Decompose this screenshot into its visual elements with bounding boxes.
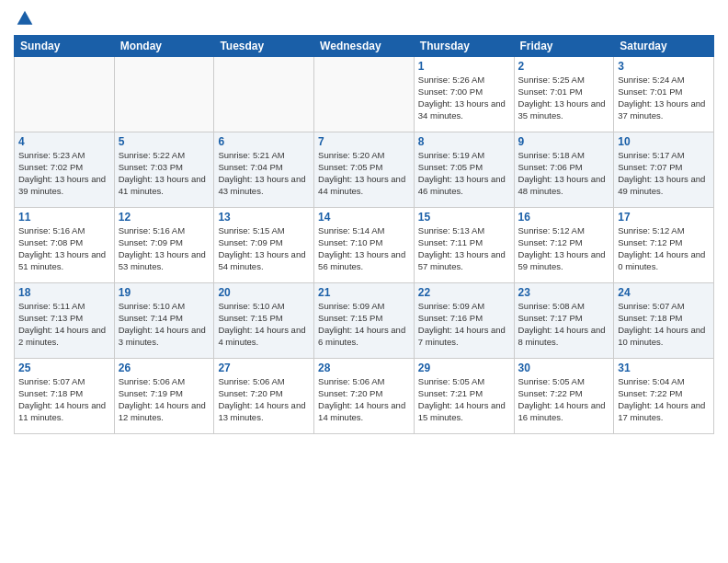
day-cell: 20Sunrise: 5:10 AM Sunset: 7:15 PM Dayli… (214, 283, 314, 359)
day-number: 20 (218, 286, 310, 299)
day-info: Sunrise: 5:16 AM Sunset: 7:08 PM Dayligh… (18, 225, 110, 272)
day-number: 29 (418, 362, 510, 374)
calendar-header: SundayMondayTuesdayWednesdayThursdayFrid… (15, 36, 714, 57)
day-info: Sunrise: 5:17 AM Sunset: 7:07 PM Dayligh… (618, 150, 710, 197)
day-cell: 8Sunrise: 5:19 AM Sunset: 7:05 PM Daylig… (414, 132, 514, 208)
day-number: 30 (518, 362, 610, 374)
day-info: Sunrise: 5:05 AM Sunset: 7:21 PM Dayligh… (418, 376, 510, 423)
week-row-3: 18Sunrise: 5:11 AM Sunset: 7:13 PM Dayli… (15, 283, 714, 359)
day-number: 16 (518, 211, 610, 224)
day-info: Sunrise: 5:26 AM Sunset: 7:00 PM Dayligh… (418, 75, 510, 121)
day-number: 13 (218, 211, 310, 224)
day-cell (15, 57, 115, 132)
day-number: 5 (119, 135, 210, 148)
header-tuesday: Tuesday (214, 36, 314, 57)
day-number: 23 (518, 286, 610, 299)
day-cell: 24Sunrise: 5:07 AM Sunset: 7:18 PM Dayli… (614, 283, 714, 359)
day-cell: 7Sunrise: 5:20 AM Sunset: 7:05 PM Daylig… (314, 132, 415, 208)
day-info: Sunrise: 5:06 AM Sunset: 7:20 PM Dayligh… (218, 376, 310, 423)
day-info: Sunrise: 5:06 AM Sunset: 7:19 PM Dayligh… (119, 376, 210, 423)
day-info: Sunrise: 5:09 AM Sunset: 7:15 PM Dayligh… (318, 301, 410, 348)
day-cell: 26Sunrise: 5:06 AM Sunset: 7:19 PM Dayli… (114, 359, 214, 434)
day-number: 2 (518, 60, 610, 73)
day-info: Sunrise: 5:04 AM Sunset: 7:22 PM Dayligh… (618, 376, 710, 423)
day-cell: 6Sunrise: 5:21 AM Sunset: 7:04 PM Daylig… (214, 132, 314, 208)
header-friday: Friday (514, 36, 614, 57)
svg-marker-0 (17, 11, 33, 25)
day-number: 24 (618, 286, 710, 299)
day-number: 25 (18, 362, 110, 374)
calendar-body: 1Sunrise: 5:26 AM Sunset: 7:00 PM Daylig… (15, 57, 714, 434)
day-cell: 22Sunrise: 5:09 AM Sunset: 7:16 PM Dayli… (414, 283, 514, 359)
page: SundayMondayTuesdayWednesdayThursdayFrid… (0, 0, 728, 563)
day-number: 3 (618, 60, 710, 73)
day-cell: 14Sunrise: 5:14 AM Sunset: 7:10 PM Dayli… (314, 208, 415, 283)
day-number: 9 (518, 135, 610, 148)
day-cell: 27Sunrise: 5:06 AM Sunset: 7:20 PM Dayli… (214, 359, 314, 434)
day-info: Sunrise: 5:07 AM Sunset: 7:18 PM Dayligh… (18, 376, 110, 423)
day-cell: 16Sunrise: 5:12 AM Sunset: 7:12 PM Dayli… (514, 208, 614, 283)
day-cell: 4Sunrise: 5:23 AM Sunset: 7:02 PM Daylig… (15, 132, 115, 208)
day-cell: 23Sunrise: 5:08 AM Sunset: 7:17 PM Dayli… (514, 283, 614, 359)
day-info: Sunrise: 5:12 AM Sunset: 7:12 PM Dayligh… (518, 225, 610, 272)
header (14, 9, 714, 28)
day-info: Sunrise: 5:10 AM Sunset: 7:15 PM Dayligh… (218, 301, 310, 348)
header-monday: Monday (114, 36, 214, 57)
day-info: Sunrise: 5:14 AM Sunset: 7:10 PM Dayligh… (318, 225, 410, 272)
day-info: Sunrise: 5:09 AM Sunset: 7:16 PM Dayligh… (418, 301, 510, 348)
day-number: 15 (418, 211, 510, 224)
day-cell: 31Sunrise: 5:04 AM Sunset: 7:22 PM Dayli… (614, 359, 714, 434)
week-row-0: 1Sunrise: 5:26 AM Sunset: 7:00 PM Daylig… (15, 57, 714, 132)
day-info: Sunrise: 5:08 AM Sunset: 7:17 PM Dayligh… (518, 301, 610, 348)
day-info: Sunrise: 5:07 AM Sunset: 7:18 PM Dayligh… (618, 301, 710, 348)
day-info: Sunrise: 5:22 AM Sunset: 7:03 PM Dayligh… (119, 150, 210, 197)
header-thursday: Thursday (414, 36, 514, 57)
day-info: Sunrise: 5:18 AM Sunset: 7:06 PM Dayligh… (518, 150, 610, 197)
day-cell: 3Sunrise: 5:24 AM Sunset: 7:01 PM Daylig… (614, 57, 714, 132)
day-number: 31 (618, 362, 710, 374)
day-cell: 30Sunrise: 5:05 AM Sunset: 7:22 PM Dayli… (514, 359, 614, 434)
day-info: Sunrise: 5:13 AM Sunset: 7:11 PM Dayligh… (418, 225, 510, 272)
day-number: 10 (618, 135, 710, 148)
day-cell: 18Sunrise: 5:11 AM Sunset: 7:13 PM Dayli… (15, 283, 115, 359)
day-number: 1 (418, 60, 510, 73)
day-number: 8 (418, 135, 510, 148)
day-number: 14 (318, 211, 410, 224)
day-cell (214, 57, 314, 132)
day-number: 28 (318, 362, 410, 374)
day-cell: 17Sunrise: 5:12 AM Sunset: 7:12 PM Dayli… (614, 208, 714, 283)
day-cell: 25Sunrise: 5:07 AM Sunset: 7:18 PM Dayli… (15, 359, 115, 434)
day-cell (114, 57, 214, 132)
day-info: Sunrise: 5:19 AM Sunset: 7:05 PM Dayligh… (418, 150, 510, 197)
day-number: 17 (618, 211, 710, 224)
day-cell: 28Sunrise: 5:06 AM Sunset: 7:20 PM Dayli… (314, 359, 415, 434)
day-info: Sunrise: 5:15 AM Sunset: 7:09 PM Dayligh… (218, 225, 310, 272)
day-cell: 21Sunrise: 5:09 AM Sunset: 7:15 PM Dayli… (314, 283, 415, 359)
day-number: 6 (218, 135, 310, 148)
day-info: Sunrise: 5:23 AM Sunset: 7:02 PM Dayligh… (18, 150, 110, 197)
day-number: 21 (318, 286, 410, 299)
day-cell: 13Sunrise: 5:15 AM Sunset: 7:09 PM Dayli… (214, 208, 314, 283)
header-wednesday: Wednesday (314, 36, 415, 57)
calendar-table: SundayMondayTuesdayWednesdayThursdayFrid… (14, 35, 714, 434)
day-info: Sunrise: 5:25 AM Sunset: 7:01 PM Dayligh… (518, 75, 610, 121)
day-info: Sunrise: 5:21 AM Sunset: 7:04 PM Dayligh… (218, 150, 310, 197)
day-cell: 2Sunrise: 5:25 AM Sunset: 7:01 PM Daylig… (514, 57, 614, 132)
day-cell (314, 57, 415, 132)
day-cell: 5Sunrise: 5:22 AM Sunset: 7:03 PM Daylig… (114, 132, 214, 208)
day-number: 7 (318, 135, 410, 148)
day-info: Sunrise: 5:16 AM Sunset: 7:09 PM Dayligh… (119, 225, 210, 272)
logo-icon (16, 9, 34, 28)
day-cell: 11Sunrise: 5:16 AM Sunset: 7:08 PM Dayli… (15, 208, 115, 283)
day-number: 26 (119, 362, 210, 374)
week-row-2: 11Sunrise: 5:16 AM Sunset: 7:08 PM Dayli… (15, 208, 714, 283)
day-info: Sunrise: 5:12 AM Sunset: 7:12 PM Dayligh… (618, 225, 710, 272)
day-info: Sunrise: 5:20 AM Sunset: 7:05 PM Dayligh… (318, 150, 410, 197)
day-number: 19 (119, 286, 210, 299)
header-row: SundayMondayTuesdayWednesdayThursdayFrid… (15, 36, 714, 57)
week-row-4: 25Sunrise: 5:07 AM Sunset: 7:18 PM Dayli… (15, 359, 714, 434)
day-cell: 10Sunrise: 5:17 AM Sunset: 7:07 PM Dayli… (614, 132, 714, 208)
day-info: Sunrise: 5:05 AM Sunset: 7:22 PM Dayligh… (518, 376, 610, 423)
day-cell: 12Sunrise: 5:16 AM Sunset: 7:09 PM Dayli… (114, 208, 214, 283)
day-number: 18 (18, 286, 110, 299)
